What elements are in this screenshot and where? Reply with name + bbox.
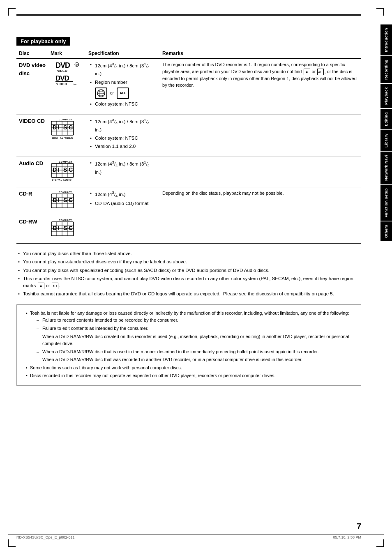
note-item: You cannot play discs with specialized e… (16, 267, 361, 274)
dvd-video-logo2: DVD VIDEO tm (55, 74, 79, 86)
notice-item: Discs recorded in this recorder may not … (23, 372, 354, 380)
svg-text:D: D (53, 225, 57, 231)
sidebar-tab-network-navi[interactable]: Network Navi (380, 152, 392, 184)
disc-spec-cdr: 12cm (43/4 in.) CD-DA (audio CD) format (86, 187, 160, 215)
cdr-logo: COMPACT D I S C (51, 190, 83, 210)
disc-remarks-dvd: The region number of this DVD recorder i… (160, 58, 361, 115)
sidebar-tab-playback[interactable]: Playback (380, 84, 392, 108)
disc-name-cdrw: CD-RW (19, 219, 37, 225)
col-spec: Specification (86, 49, 160, 58)
notice-item: Toshiba is not liable for any damage or … (23, 310, 354, 364)
sidebar-tab-editing[interactable]: Editing (380, 109, 392, 129)
bottom-rule (8, 534, 384, 534)
svg-text:DiGiTAL AUDIO: DiGiTAL AUDIO (52, 179, 71, 181)
disc-name-dvd: DVD videodisc (19, 62, 46, 76)
svg-text:VIDEO: VIDEO (57, 69, 67, 73)
disc-spec-vcd: 12cm (43/4 in.) / 8cm (31/4 in.) Color s… (86, 115, 160, 157)
notice-box: Toshiba is not liable for any damage or … (16, 304, 361, 386)
disc-name-acd: Audio CD (19, 160, 43, 166)
corner-mark-bl (8, 539, 16, 547)
notice-sub-item: When a DVD-RAM/R/RW disc that was record… (30, 356, 354, 364)
footer-left: RD-XS54SU/SC_Ope_E_p002-011 (16, 535, 75, 539)
table-row: DVD videodisc DVD VIDEO tm (16, 58, 361, 115)
svg-text:S: S (63, 166, 67, 173)
notes-list: You cannot play discs other than those l… (16, 250, 361, 298)
svg-text:I: I (58, 197, 60, 203)
svg-text:DVD: DVD (55, 61, 70, 69)
notice-sub-item: Failure to record contents intended to b… (30, 317, 354, 324)
disc-remarks-cdrw (160, 215, 361, 243)
notice-sub-item: Failure to edit contents as intended by … (30, 325, 354, 332)
disc-mark-cdr: COMPACT D I S C (48, 187, 86, 215)
disc-table: Disc Mark Specification Remarks DVD vide… (16, 49, 361, 244)
footer: RD-XS54SU/SC_Ope_E_p002-011 05.7.10, 2:5… (16, 535, 361, 539)
svg-text:C: C (69, 124, 73, 131)
svg-text:COMPACT: COMPACT (59, 219, 72, 221)
disc-remarks-cdr: Depending on the disc status, playback m… (160, 187, 361, 215)
note-item: You cannot play discs other than those l… (16, 250, 361, 257)
sidebar-tab-others[interactable]: Others (380, 221, 392, 241)
top-rule (16, 14, 361, 16)
svg-text:tm: tm (76, 63, 79, 66)
disc-name-vcd: VIDEO CD (19, 118, 45, 124)
svg-text:C: C (69, 225, 73, 231)
disc-name-cdr: CD-R (19, 191, 32, 197)
note-item: Toshiba cannot guarantee that all discs … (16, 290, 361, 297)
corner-mark-tl (8, 8, 16, 16)
disc-spec-dvd: 12cm (43/4 in.) / 8cm (31/4 in.) Region … (86, 58, 160, 115)
svg-rect-5 (55, 81, 73, 82)
disc-mark-dvd: DVD VIDEO tm DVD VIDEO tm (48, 58, 86, 115)
svg-text:DVD: DVD (55, 74, 69, 82)
svg-text:COMPACT: COMPACT (59, 161, 72, 163)
svg-text:COMPACT: COMPACT (59, 191, 72, 193)
notice-sub-item: When a DVD-RAM/R/RW disc created on this… (30, 333, 354, 348)
disc-spec-cdrw (86, 215, 160, 243)
corner-mark-br (376, 539, 384, 547)
page-number: 7 (357, 522, 361, 531)
svg-text:S: S (63, 124, 67, 131)
disc-remarks-acd (160, 157, 361, 187)
playback-banner: For playback only (16, 37, 70, 46)
main-content: For playback only Disc Mark Specificatio… (16, 37, 361, 386)
corner-mark-tr (376, 8, 384, 16)
col-mark: Mark (48, 49, 86, 58)
svg-text:VIDEO: VIDEO (56, 83, 67, 85)
svg-text:DIGITAL VIDEO: DIGITAL VIDEO (52, 136, 73, 139)
disc-mark-cdrw: COMPACT D I S C (48, 215, 86, 243)
sidebar-tab-recording[interactable]: Recording (380, 56, 392, 83)
svg-text:D: D (53, 166, 57, 173)
disc-mark-acd: COMPACT D I S C DiGiTAL A (48, 157, 86, 187)
table-row: VIDEO CD COMPACT (16, 115, 361, 157)
svg-text:tm: tm (74, 83, 76, 85)
sidebar-tab-function-setup[interactable]: Function setup (380, 185, 392, 221)
dvd-video-logo: DVD VIDEO tm (55, 61, 79, 74)
svg-text:D: D (53, 197, 57, 203)
cdrw-logo: COMPACT D I S C (51, 218, 83, 238)
disc-spec-acd: 12cm (43/4 in.) / 8cm (31/4 in.) (86, 157, 160, 187)
vcd-logo: COMPACT (51, 117, 83, 142)
table-row: CD-R COMPACT D I (16, 187, 361, 215)
disc-remarks-vcd (160, 115, 361, 157)
note-item: This recorder uses the NTSC color system… (16, 275, 361, 290)
svg-text:C: C (69, 197, 73, 203)
svg-text:C: C (69, 166, 73, 173)
acd-logo: COMPACT D I S C DiGiTAL A (51, 159, 83, 182)
sidebar: Introduction Recording Playback Editing … (380, 25, 392, 241)
notice-sub-item: When a DVD-RAM/R/RW disc that is used in… (30, 348, 354, 356)
svg-text:I: I (58, 225, 60, 231)
svg-text:I: I (58, 166, 60, 173)
col-disc: Disc (16, 49, 48, 58)
page: Introduction Recording Playback Editing … (0, 0, 392, 555)
col-remarks: Remarks (160, 49, 361, 58)
disc-mark-vcd: COMPACT (48, 115, 86, 157)
note-item: You cannot play non-standardized discs e… (16, 258, 361, 265)
sidebar-tab-introduction[interactable]: Introduction (380, 25, 392, 55)
svg-text:S: S (63, 225, 67, 231)
svg-text:S: S (63, 197, 67, 203)
svg-text:D: D (53, 124, 57, 131)
footer-right: 05.7.10, 2:58 PM (333, 535, 361, 539)
sidebar-tab-library[interactable]: Library (380, 130, 392, 151)
svg-text:I: I (58, 124, 60, 131)
table-row: Audio CD COMPACT D I (16, 157, 361, 187)
table-row: CD-RW COMPACT D I (16, 215, 361, 243)
